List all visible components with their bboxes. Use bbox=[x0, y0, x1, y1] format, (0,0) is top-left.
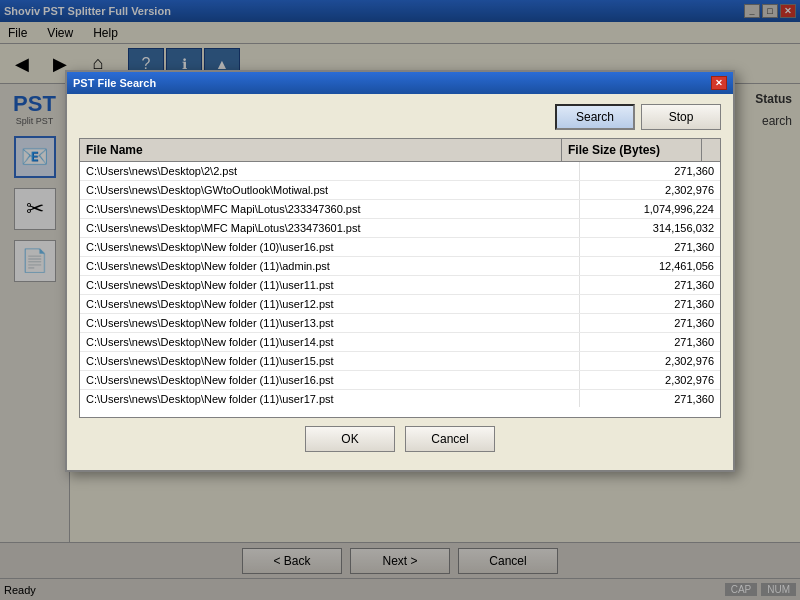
modal-body: Search Stop File Name File Size (Bytes) … bbox=[67, 94, 733, 470]
file-list-container: File Name File Size (Bytes) C:\Users\new… bbox=[79, 138, 721, 418]
search-button[interactable]: Search bbox=[555, 104, 635, 130]
file-size-cell: 271,360 bbox=[580, 314, 720, 332]
column-filesize-header: File Size (Bytes) bbox=[562, 139, 702, 161]
modal-title-bar: PST File Search ✕ bbox=[67, 72, 733, 94]
file-name-cell: C:\Users\news\Desktop\New folder (11)\us… bbox=[80, 352, 580, 370]
table-row[interactable]: C:\Users\news\Desktop\New folder (11)\us… bbox=[80, 314, 720, 333]
file-size-cell: 271,360 bbox=[580, 238, 720, 256]
file-name-cell: C:\Users\news\Desktop\2\2.pst bbox=[80, 162, 580, 180]
table-row[interactable]: C:\Users\news\Desktop\MFC Mapi\Lotus\233… bbox=[80, 200, 720, 219]
modal-overlay: PST File Search ✕ Search Stop File Name … bbox=[0, 0, 800, 600]
column-filename-header: File Name bbox=[80, 139, 562, 161]
cancel-button[interactable]: Cancel bbox=[405, 426, 495, 452]
file-size-cell: 271,360 bbox=[580, 390, 720, 407]
file-size-cell: 2,302,976 bbox=[580, 371, 720, 389]
ok-button[interactable]: OK bbox=[305, 426, 395, 452]
table-row[interactable]: C:\Users\news\Desktop\New folder (11)\us… bbox=[80, 333, 720, 352]
file-size-cell: 1,074,996,224 bbox=[580, 200, 720, 218]
modal-toolbar: Search Stop bbox=[79, 104, 721, 130]
table-row[interactable]: C:\Users\news\Desktop\MFC Mapi\Lotus\233… bbox=[80, 219, 720, 238]
modal-title: PST File Search bbox=[73, 77, 156, 89]
scroll-placeholder bbox=[702, 139, 720, 161]
file-list-header: File Name File Size (Bytes) bbox=[80, 139, 720, 162]
file-name-cell: C:\Users\news\Desktop\New folder (11)\us… bbox=[80, 333, 580, 351]
table-row[interactable]: C:\Users\news\Desktop\New folder (11)\ad… bbox=[80, 257, 720, 276]
file-name-cell: C:\Users\news\Desktop\New folder (10)\us… bbox=[80, 238, 580, 256]
table-row[interactable]: C:\Users\news\Desktop\New folder (11)\us… bbox=[80, 390, 720, 407]
table-row[interactable]: C:\Users\news\Desktop\GWtoOutlook\Motiwa… bbox=[80, 181, 720, 200]
file-name-cell: C:\Users\news\Desktop\MFC Mapi\Lotus\233… bbox=[80, 200, 580, 218]
modal-footer: OK Cancel bbox=[79, 418, 721, 460]
table-row[interactable]: C:\Users\news\Desktop\New folder (11)\us… bbox=[80, 352, 720, 371]
file-size-cell: 2,302,976 bbox=[580, 352, 720, 370]
file-size-cell: 271,360 bbox=[580, 162, 720, 180]
file-size-cell: 2,302,976 bbox=[580, 181, 720, 199]
file-size-cell: 314,156,032 bbox=[580, 219, 720, 237]
table-row[interactable]: C:\Users\news\Desktop\New folder (11)\us… bbox=[80, 371, 720, 390]
stop-button[interactable]: Stop bbox=[641, 104, 721, 130]
file-size-cell: 271,360 bbox=[580, 333, 720, 351]
file-size-cell: 271,360 bbox=[580, 295, 720, 313]
file-name-cell: C:\Users\news\Desktop\New folder (11)\us… bbox=[80, 295, 580, 313]
file-name-cell: C:\Users\news\Desktop\MFC Mapi\Lotus\233… bbox=[80, 219, 580, 237]
file-name-cell: C:\Users\news\Desktop\New folder (11)\us… bbox=[80, 371, 580, 389]
file-list-body[interactable]: C:\Users\news\Desktop\2\2.pst 271,360 C:… bbox=[80, 162, 720, 407]
file-name-cell: C:\Users\news\Desktop\New folder (11)\us… bbox=[80, 276, 580, 294]
table-row[interactable]: C:\Users\news\Desktop\New folder (10)\us… bbox=[80, 238, 720, 257]
file-size-cell: 271,360 bbox=[580, 276, 720, 294]
file-name-cell: C:\Users\news\Desktop\New folder (11)\us… bbox=[80, 314, 580, 332]
file-name-cell: C:\Users\news\Desktop\GWtoOutlook\Motiwa… bbox=[80, 181, 580, 199]
table-row[interactable]: C:\Users\news\Desktop\New folder (11)\us… bbox=[80, 276, 720, 295]
table-row[interactable]: C:\Users\news\Desktop\New folder (11)\us… bbox=[80, 295, 720, 314]
file-name-cell: C:\Users\news\Desktop\New folder (11)\us… bbox=[80, 390, 580, 407]
pst-file-search-dialog: PST File Search ✕ Search Stop File Name … bbox=[65, 70, 735, 472]
table-row[interactable]: C:\Users\news\Desktop\2\2.pst 271,360 bbox=[80, 162, 720, 181]
app-window: Shoviv PST Splitter Full Version _ □ ✕ F… bbox=[0, 0, 800, 600]
modal-close-button[interactable]: ✕ bbox=[711, 76, 727, 90]
file-size-cell: 12,461,056 bbox=[580, 257, 720, 275]
file-name-cell: C:\Users\news\Desktop\New folder (11)\ad… bbox=[80, 257, 580, 275]
